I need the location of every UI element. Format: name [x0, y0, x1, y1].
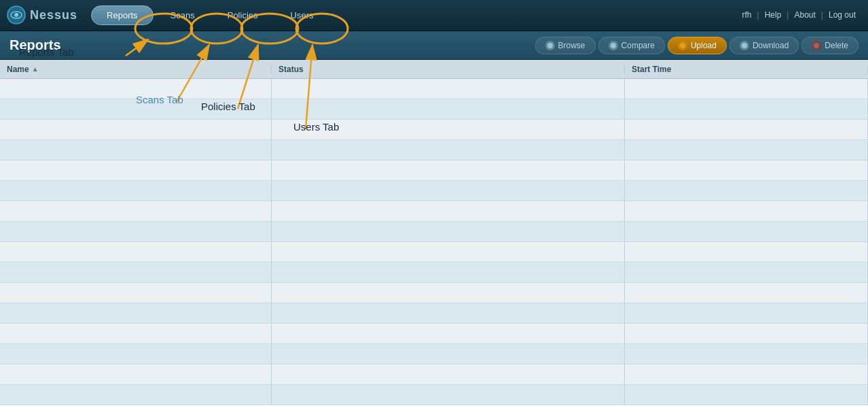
td-name — [0, 140, 272, 160]
table-header: Name ▲ Status Start Time — [0, 60, 868, 79]
col-start-time-label: Start Time — [632, 65, 671, 74]
td-name — [0, 262, 272, 282]
col-status: Status — [272, 65, 625, 74]
table-row[interactable] — [0, 222, 868, 242]
browse-icon — [545, 41, 555, 50]
td-start-time — [625, 120, 868, 139]
upload-label: Upload — [691, 41, 717, 50]
td-start-time — [625, 385, 868, 405]
tab-policies[interactable]: Policies — [212, 5, 274, 25]
compare-label: Compare — [621, 41, 655, 50]
col-name-label: Name — [7, 65, 29, 74]
logout-link[interactable]: Log out — [823, 10, 861, 20]
delete-button[interactable]: Delete — [801, 37, 858, 54]
table-row[interactable] — [0, 364, 868, 385]
table-row[interactable] — [0, 201, 868, 222]
upload-button[interactable]: Upload — [668, 37, 727, 54]
td-start-time — [625, 303, 868, 323]
td-name — [0, 181, 272, 201]
td-start-time — [625, 99, 868, 119]
logo-text: Nessus — [30, 8, 77, 22]
td-status — [272, 99, 625, 119]
svg-point-8 — [814, 43, 819, 48]
td-name — [0, 324, 272, 343]
table-row[interactable] — [0, 242, 868, 262]
svg-point-5 — [611, 43, 616, 48]
td-status — [272, 262, 625, 282]
td-status — [272, 324, 625, 343]
download-icon — [740, 41, 749, 50]
td-status — [272, 364, 625, 384]
delete-label: Delete — [825, 41, 848, 50]
table-row[interactable] — [0, 99, 868, 120]
td-start-time — [625, 283, 868, 303]
td-name — [0, 120, 272, 139]
table-row[interactable] — [0, 160, 868, 181]
browse-button[interactable]: Browse — [535, 37, 596, 54]
td-status — [272, 120, 625, 139]
table-row[interactable] — [0, 140, 868, 160]
download-label: Download — [753, 41, 789, 50]
help-link[interactable]: Help — [759, 10, 787, 20]
td-start-time — [625, 242, 868, 262]
td-start-time — [625, 344, 868, 364]
td-name — [0, 201, 272, 221]
about-link[interactable]: About — [789, 10, 820, 20]
svg-point-6 — [680, 43, 685, 48]
table-row[interactable] — [0, 283, 868, 303]
td-status — [272, 222, 625, 241]
col-status-label: Status — [278, 65, 304, 74]
download-button[interactable]: Download — [729, 37, 799, 54]
table-row[interactable] — [0, 79, 868, 99]
td-name — [0, 222, 272, 241]
td-start-time — [625, 79, 868, 99]
td-status — [272, 385, 625, 405]
col-name[interactable]: Name ▲ — [0, 65, 272, 74]
table-row[interactable] — [0, 303, 868, 324]
table-row[interactable] — [0, 344, 868, 364]
td-status — [272, 283, 625, 303]
td-name — [0, 303, 272, 323]
svg-point-4 — [547, 43, 553, 48]
compare-button[interactable]: Compare — [598, 37, 665, 54]
td-status — [272, 242, 625, 262]
svg-point-7 — [742, 43, 747, 48]
tab-users[interactable]: Users — [275, 5, 329, 25]
table-row[interactable] — [0, 385, 868, 405]
td-name — [0, 364, 272, 384]
td-status — [272, 181, 625, 201]
td-status — [272, 79, 625, 99]
td-status — [272, 140, 625, 160]
td-start-time — [625, 222, 868, 241]
tab-scans[interactable]: Scans — [155, 5, 211, 25]
td-status — [272, 160, 625, 180]
subheader: Reports Browse Compare Upload Download — [0, 31, 868, 60]
td-start-time — [625, 201, 868, 221]
td-name — [0, 99, 272, 119]
td-start-time — [625, 181, 868, 201]
td-name — [0, 283, 272, 303]
td-name — [0, 242, 272, 262]
browse-label: Browse — [558, 41, 585, 50]
topbar: Nessus Reports Scans Policies Users rfh … — [0, 0, 868, 31]
upload-icon — [678, 41, 687, 50]
td-start-time — [625, 262, 868, 282]
user-link[interactable]: rfh — [737, 10, 757, 20]
td-start-time — [625, 160, 868, 180]
table-row[interactable] — [0, 181, 868, 201]
td-name — [0, 385, 272, 405]
td-start-time — [625, 364, 868, 384]
table-body — [0, 79, 868, 412]
td-name — [0, 160, 272, 180]
td-status — [272, 201, 625, 221]
svg-point-2 — [14, 13, 18, 17]
table-row[interactable] — [0, 262, 868, 283]
td-name — [0, 79, 272, 99]
compare-icon — [609, 41, 618, 50]
nav-tabs: Reports Scans Policies Users — [91, 5, 736, 25]
tab-reports[interactable]: Reports — [91, 5, 153, 25]
td-status — [272, 344, 625, 364]
table-row[interactable] — [0, 324, 868, 344]
nessus-logo-icon — [7, 5, 26, 24]
table-row[interactable] — [0, 120, 868, 140]
